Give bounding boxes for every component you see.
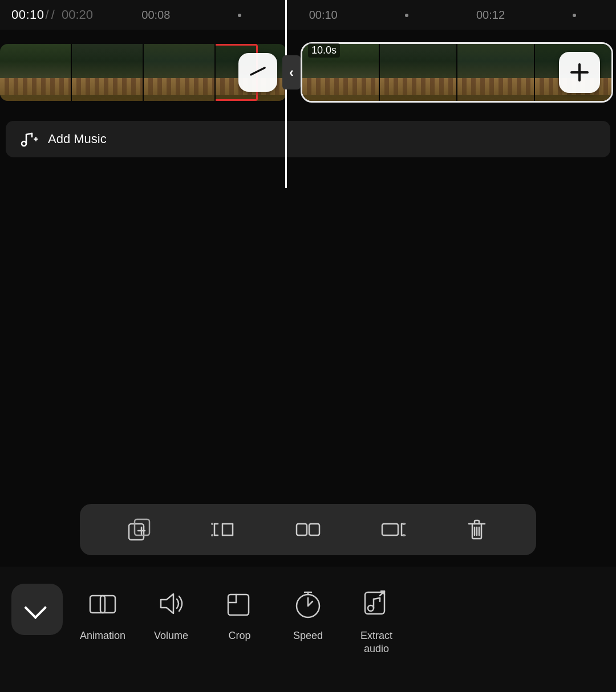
svg-rect-21 [309, 524, 319, 535]
delete-button[interactable] [460, 512, 494, 547]
music-note-icon [18, 129, 39, 149]
volume-icon [151, 584, 191, 624]
time-current: 00:10 [11, 7, 44, 22]
crop-icon [220, 584, 260, 624]
thumbnail-r3 [457, 44, 534, 101]
add-music-button[interactable]: Add Music [6, 121, 610, 157]
thumbnail-3 [144, 44, 214, 101]
svg-line-3 [26, 133, 32, 135]
duplicate-button[interactable] [122, 512, 156, 547]
svg-line-0 [251, 68, 265, 75]
thumbnail-r2 [380, 44, 456, 101]
clip-remove-button[interactable] [238, 53, 277, 92]
trim-end-button[interactable] [375, 512, 410, 547]
edit-toolbar [80, 504, 536, 555]
extract-audio-icon [356, 584, 396, 624]
svg-rect-42 [365, 592, 384, 614]
volume-label: Volume [154, 629, 188, 642]
clip-duration-label: 10.0s [308, 43, 340, 58]
svg-line-45 [374, 598, 380, 599]
tick-00-12: 00:12 [449, 9, 533, 22]
svg-point-27 [403, 534, 405, 536]
thumbnail-2 [72, 44, 143, 101]
tool-animation[interactable]: Animation [68, 584, 137, 642]
clip-left-inner [0, 44, 286, 101]
tick-00-08: 00:08 [114, 9, 198, 22]
clip-right-inner [302, 44, 611, 101]
tool-speed[interactable]: Speed [274, 584, 342, 642]
playhead [285, 0, 287, 188]
timeline-ticks: 00:08 00:10 00:12 [114, 0, 616, 30]
crop-label: Crop [228, 629, 250, 642]
split-button[interactable] [291, 512, 325, 547]
timeline-header: 00:10 / / 00:20 00:08 00:10 00:12 [0, 0, 616, 30]
chevron-down-icon [24, 596, 47, 619]
trim-start-button[interactable] [206, 512, 241, 547]
svg-rect-20 [297, 524, 307, 535]
thumbnail-1 [0, 44, 71, 101]
svg-point-19 [211, 534, 213, 536]
collapse-panel-button[interactable] [11, 584, 63, 635]
speed-icon [288, 584, 328, 624]
svg-rect-22 [382, 524, 398, 535]
tick-dot-1 [198, 9, 282, 22]
tool-crop[interactable]: Crop [205, 584, 274, 642]
tick-00-10: 00:10 [281, 9, 365, 22]
clip-left[interactable] [0, 44, 286, 101]
animation-label: Animation [80, 629, 125, 642]
tool-extract-audio[interactable]: Extract audio [342, 584, 411, 656]
extract-audio-label: Extract audio [360, 629, 392, 656]
svg-rect-32 [90, 596, 105, 613]
add-music-label: Add Music [48, 132, 107, 146]
animation-icon [83, 584, 123, 624]
collapse-clips-button[interactable] [282, 55, 301, 89]
clip-right[interactable] [301, 42, 613, 103]
tool-volume[interactable]: Volume [137, 584, 205, 642]
speed-label: Speed [293, 629, 323, 642]
svg-point-18 [211, 523, 213, 525]
svg-rect-33 [100, 596, 115, 613]
clip-add-button[interactable] [559, 52, 600, 93]
bottom-toolbar: Animation Volume Crop [0, 567, 616, 692]
svg-rect-34 [228, 595, 249, 615]
time-total: 00:20 [62, 7, 93, 22]
time-separator-slash: / [51, 7, 55, 22]
tick-dot-3 [532, 9, 616, 22]
time-separator-space [57, 7, 60, 22]
svg-point-43 [368, 605, 374, 611]
svg-point-26 [403, 523, 405, 525]
time-separator: / [46, 7, 49, 22]
timeline-track-area: 10.0s [0, 35, 616, 109]
tick-dot-2 [365, 9, 449, 22]
